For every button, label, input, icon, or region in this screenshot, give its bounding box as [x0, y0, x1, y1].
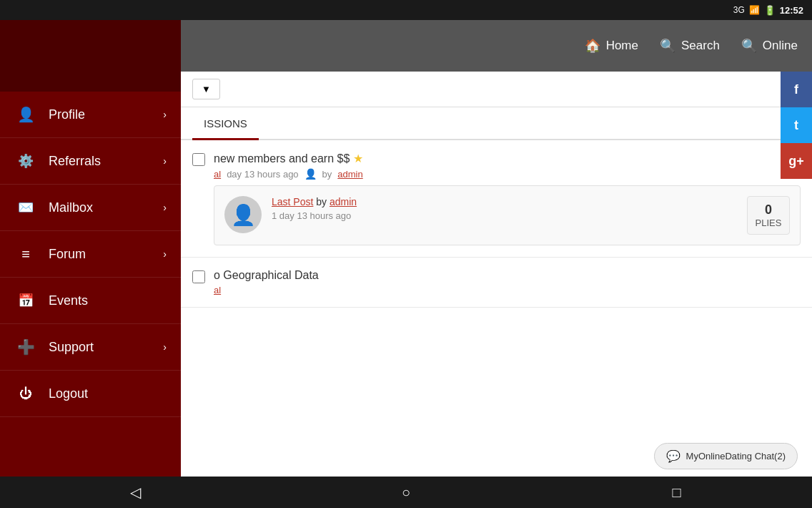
- forum-label: Forum: [49, 247, 163, 262]
- support-icon: ➕: [14, 338, 37, 356]
- sidebar-item-support[interactable]: ➕ Support ›: [0, 324, 181, 371]
- support-label: Support: [49, 340, 163, 355]
- replies-block: 0 PLIES: [747, 196, 790, 235]
- mailbox-icon: ✉️: [14, 200, 37, 215]
- last-post-link[interactable]: Last Post: [272, 196, 313, 207]
- support-chevron-icon: ›: [163, 341, 167, 353]
- home-icon: 🏠: [585, 38, 600, 54]
- referrals-icon: ⚙️: [14, 153, 37, 169]
- back-button[interactable]: ◁: [121, 478, 149, 507]
- mailbox-label: Mailbox: [49, 200, 163, 215]
- top-nav: 🏠 Home 🔍 Search 🔍 Online: [181, 20, 812, 72]
- bottom-bar: ◁ ○ □: [0, 477, 812, 508]
- facebook-button[interactable]: f: [781, 72, 812, 107]
- search-label: Search: [681, 39, 720, 53]
- last-post-card: 👤 Last Post by admin 1 day 13 hours ago: [214, 185, 801, 245]
- google-icon: g+: [788, 154, 804, 169]
- replies-label: PLIES: [756, 218, 782, 228]
- sidebar-item-logout[interactable]: ⏻ Logout: [0, 371, 181, 417]
- person-icon: 👤: [304, 168, 317, 180]
- forum-chevron-icon: ›: [163, 248, 167, 260]
- chat-button[interactable]: 💬 MyOnlineDating Chat(2): [654, 443, 798, 469]
- network-indicator: 3G: [733, 5, 745, 15]
- post-1-meta: al day 13 hours ago 👤 by admin: [214, 168, 801, 180]
- content-body: ▼ ISSIONS new members and earn $$ ★ al: [181, 72, 812, 477]
- profile-icon: 👤: [14, 106, 37, 123]
- tabs-bar: ISSIONS: [181, 107, 812, 140]
- sidebar: 👤 Profile › ⚙️ Referrals › ✉️ Mailbox › …: [0, 20, 181, 477]
- last-post-title-line: Last Post by admin: [272, 196, 737, 207]
- search-nav-item[interactable]: 🔍 Search: [660, 38, 720, 54]
- search-icon: 🔍: [660, 38, 675, 54]
- recents-button[interactable]: □: [663, 478, 691, 507]
- sidebar-item-forum[interactable]: ≡ Forum ›: [0, 231, 181, 278]
- post-2-checkbox[interactable]: [192, 270, 205, 283]
- avatar: 👤: [224, 196, 262, 233]
- sub-header: ▼: [181, 72, 812, 107]
- clock: 12:52: [780, 5, 803, 16]
- mailbox-chevron-icon: ›: [163, 202, 167, 213]
- chat-icon: 💬: [666, 449, 680, 463]
- sidebar-top: [0, 20, 181, 92]
- logout-label: Logout: [49, 386, 167, 401]
- home-nav-item[interactable]: 🏠 Home: [585, 38, 638, 54]
- last-post-info: Last Post by admin 1 day 13 hours ago: [272, 196, 737, 221]
- events-label: Events: [49, 293, 167, 308]
- forum-post-1: new members and earn $$ ★ al day 13 hour…: [181, 140, 812, 258]
- home-label: Home: [606, 39, 638, 53]
- social-sidebar: f t g+: [781, 72, 812, 179]
- post-1-content: new members and earn $$ ★ al day 13 hour…: [214, 152, 801, 245]
- avatar-icon: 👤: [231, 203, 256, 227]
- replies-count: 0: [765, 202, 772, 218]
- facebook-icon: f: [794, 82, 798, 97]
- sidebar-item-events[interactable]: 📅 Events: [0, 278, 181, 324]
- forum-icon: ≡: [14, 247, 37, 261]
- home-button[interactable]: ○: [392, 478, 420, 507]
- chat-label: MyOnlineDating Chat(2): [686, 451, 786, 461]
- google-button[interactable]: g+: [781, 143, 812, 179]
- star-icon: ★: [353, 152, 363, 165]
- status-bar: 3G 📶 🔋 12:52: [0, 0, 812, 20]
- events-icon: 📅: [14, 293, 37, 308]
- online-nav-item[interactable]: 🔍 Online: [741, 38, 798, 54]
- post-1-author[interactable]: admin: [337, 169, 362, 180]
- twitter-button[interactable]: t: [781, 107, 812, 143]
- referrals-chevron-icon: ›: [163, 155, 167, 167]
- sidebar-menu: 👤 Profile › ⚙️ Referrals › ✉️ Mailbox › …: [0, 92, 181, 477]
- last-post-author[interactable]: admin: [330, 196, 357, 207]
- tab-submissions[interactable]: ISSIONS: [192, 107, 259, 140]
- post-1-time: day 13 hours ago: [227, 169, 298, 180]
- post-2-meta: al: [214, 285, 801, 295]
- battery-icon: 🔋: [764, 5, 776, 16]
- forum-post-2: o Geographical Data al: [181, 258, 812, 308]
- signal-icon: 📶: [749, 5, 760, 15]
- post-2-category[interactable]: al: [214, 285, 221, 295]
- sidebar-item-referrals[interactable]: ⚙️ Referrals ›: [0, 138, 181, 185]
- profile-chevron-icon: ›: [163, 109, 167, 120]
- referrals-label: Referrals: [49, 154, 163, 169]
- post-2-content: o Geographical Data al: [214, 269, 801, 295]
- post-1-checkbox[interactable]: [192, 153, 205, 166]
- online-label: Online: [763, 39, 798, 53]
- post-1-category[interactable]: al: [214, 169, 221, 180]
- twitter-icon: t: [794, 118, 798, 133]
- online-icon: 🔍: [741, 38, 757, 54]
- post-1-title: new members and earn $$ ★: [214, 152, 801, 165]
- post-2-title: o Geographical Data: [214, 269, 801, 282]
- logout-icon: ⏻: [14, 386, 37, 401]
- sidebar-item-profile[interactable]: 👤 Profile ›: [0, 92, 181, 138]
- profile-label: Profile: [49, 107, 163, 122]
- dropdown-button[interactable]: ▼: [192, 79, 220, 99]
- last-post-time: 1 day 13 hours ago: [272, 210, 737, 221]
- sidebar-item-mailbox[interactable]: ✉️ Mailbox ›: [0, 185, 181, 231]
- content-area: 🏠 Home 🔍 Search 🔍 Online f t g+: [181, 20, 812, 477]
